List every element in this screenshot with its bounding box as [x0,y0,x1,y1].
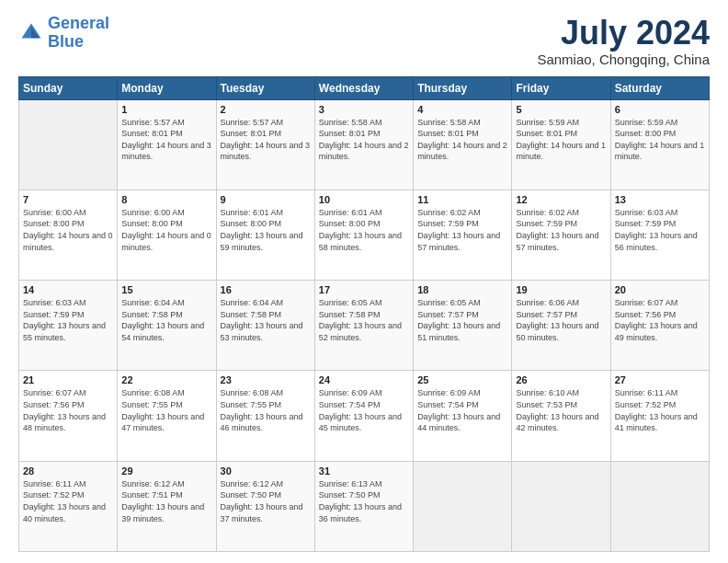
calendar-header: Sunday Monday Tuesday Wednesday Thursday… [19,76,710,99]
day-number: 29 [121,465,211,477]
calendar-cell: 24Sunrise: 6:09 AMSunset: 7:54 PMDayligh… [314,371,413,461]
calendar-cell: 26Sunrise: 6:10 AMSunset: 7:53 PMDayligh… [512,371,610,461]
calendar-cell: 21Sunrise: 6:07 AMSunset: 7:56 PMDayligh… [19,371,118,461]
calendar-cell: 6Sunrise: 5:59 AMSunset: 8:00 PMDaylight… [610,99,709,190]
calendar-cell: 16Sunrise: 6:04 AMSunset: 7:58 PMDayligh… [216,281,314,371]
logo-text: General Blue [48,15,109,52]
day-info: Sunrise: 5:57 AMSunset: 8:01 PMDaylight:… [121,117,211,163]
day-number: 9 [221,194,311,205]
calendar-cell [414,461,512,551]
calendar-cell: 17Sunrise: 6:05 AMSunset: 7:58 PMDayligh… [314,281,413,371]
day-number: 8 [121,194,211,205]
calendar-cell: 18Sunrise: 6:05 AMSunset: 7:57 PMDayligh… [414,281,512,371]
calendar-cell: 2Sunrise: 5:57 AMSunset: 8:01 PMDaylight… [216,99,314,190]
day-number: 14 [23,284,113,295]
day-info: Sunrise: 6:09 AMSunset: 7:54 PMDaylight:… [319,387,409,433]
day-info: Sunrise: 6:12 AMSunset: 7:50 PMDaylight:… [221,478,311,524]
day-number: 17 [319,284,409,295]
calendar-week-3: 14Sunrise: 6:03 AMSunset: 7:59 PMDayligh… [19,281,710,371]
day-number: 22 [121,374,211,385]
day-number: 3 [319,104,409,115]
day-number: 31 [319,465,409,477]
calendar-cell: 13Sunrise: 6:03 AMSunset: 7:59 PMDayligh… [610,190,709,280]
day-info: Sunrise: 6:04 AMSunset: 7:58 PMDaylight:… [221,297,311,343]
calendar-cell: 14Sunrise: 6:03 AMSunset: 7:59 PMDayligh… [19,281,118,371]
day-info: Sunrise: 5:57 AMSunset: 8:01 PMDaylight:… [221,117,311,163]
day-number: 6 [615,104,705,115]
day-info: Sunrise: 5:58 AMSunset: 8:01 PMDaylight:… [319,117,409,163]
day-info: Sunrise: 6:02 AMSunset: 7:59 PMDaylight:… [516,207,606,253]
day-number: 24 [319,374,409,385]
calendar-cell: 7Sunrise: 6:00 AMSunset: 8:00 PMDaylight… [19,190,118,280]
day-number: 19 [516,284,606,295]
col-thursday: Thursday [414,76,512,99]
calendar-cell: 22Sunrise: 6:08 AMSunset: 7:55 PMDayligh… [118,371,216,461]
day-number: 1 [121,104,211,115]
day-number: 5 [516,104,606,115]
calendar-cell: 5Sunrise: 5:59 AMSunset: 8:01 PMDaylight… [512,99,610,190]
calendar-cell: 1Sunrise: 5:57 AMSunset: 8:01 PMDaylight… [118,99,216,190]
day-info: Sunrise: 6:09 AMSunset: 7:54 PMDaylight:… [417,387,507,433]
day-info: Sunrise: 6:05 AMSunset: 7:57 PMDaylight:… [417,297,507,343]
subtitle: Sanmiao, Chongqing, China [537,52,710,67]
calendar-cell: 25Sunrise: 6:09 AMSunset: 7:54 PMDayligh… [414,371,512,461]
day-info: Sunrise: 6:07 AMSunset: 7:56 PMDaylight:… [23,387,113,433]
calendar-cell: 29Sunrise: 6:12 AMSunset: 7:51 PMDayligh… [118,461,216,551]
calendar-cell: 28Sunrise: 6:11 AMSunset: 7:52 PMDayligh… [19,461,118,551]
day-info: Sunrise: 6:05 AMSunset: 7:58 PMDaylight:… [319,297,409,343]
day-info: Sunrise: 5:58 AMSunset: 8:01 PMDaylight:… [417,117,507,163]
calendar-cell: 15Sunrise: 6:04 AMSunset: 7:58 PMDayligh… [118,281,216,371]
day-number: 28 [23,465,113,477]
calendar-table: Sunday Monday Tuesday Wednesday Thursday… [18,76,710,552]
page: General Blue July 2024 Sanmiao, Chongqin… [0,0,728,563]
logo-icon [18,20,44,46]
day-number: 26 [516,374,606,385]
calendar-week-5: 28Sunrise: 6:11 AMSunset: 7:52 PMDayligh… [19,461,710,551]
day-info: Sunrise: 6:03 AMSunset: 7:59 PMDaylight:… [23,297,113,343]
day-info: Sunrise: 6:04 AMSunset: 7:58 PMDaylight:… [121,297,211,343]
calendar-cell: 4Sunrise: 5:58 AMSunset: 8:01 PMDaylight… [414,99,512,190]
day-number: 27 [615,374,705,385]
calendar-week-1: 1Sunrise: 5:57 AMSunset: 8:01 PMDaylight… [19,99,710,190]
col-sunday: Sunday [19,76,118,99]
calendar-cell [512,461,610,551]
col-tuesday: Tuesday [216,76,314,99]
day-info: Sunrise: 6:10 AMSunset: 7:53 PMDaylight:… [516,387,606,433]
calendar-cell: 10Sunrise: 6:01 AMSunset: 8:00 PMDayligh… [314,190,413,280]
calendar-cell: 23Sunrise: 6:08 AMSunset: 7:55 PMDayligh… [216,371,314,461]
day-info: Sunrise: 6:00 AMSunset: 8:00 PMDaylight:… [23,207,113,253]
calendar-cell: 19Sunrise: 6:06 AMSunset: 7:57 PMDayligh… [512,281,610,371]
logo-line1: General [48,14,109,32]
calendar-week-2: 7Sunrise: 6:00 AMSunset: 8:00 PMDaylight… [19,190,710,280]
day-info: Sunrise: 6:11 AMSunset: 7:52 PMDaylight:… [615,387,705,433]
header-row: Sunday Monday Tuesday Wednesday Thursday… [19,76,710,99]
day-number: 11 [417,194,507,205]
day-info: Sunrise: 6:02 AMSunset: 7:59 PMDaylight:… [417,207,507,253]
day-info: Sunrise: 6:01 AMSunset: 8:00 PMDaylight:… [221,207,311,253]
calendar-cell [19,99,118,190]
day-number: 2 [221,104,311,115]
day-info: Sunrise: 6:06 AMSunset: 7:57 PMDaylight:… [516,297,606,343]
day-number: 10 [319,194,409,205]
day-info: Sunrise: 6:07 AMSunset: 7:56 PMDaylight:… [615,297,705,343]
calendar-cell: 3Sunrise: 5:58 AMSunset: 8:01 PMDaylight… [314,99,413,190]
day-info: Sunrise: 5:59 AMSunset: 8:01 PMDaylight:… [516,117,606,163]
day-info: Sunrise: 6:08 AMSunset: 7:55 PMDaylight:… [221,387,311,433]
day-number: 30 [221,465,311,477]
logo-line2: Blue [48,32,84,51]
calendar-cell: 9Sunrise: 6:01 AMSunset: 8:00 PMDaylight… [216,190,314,280]
calendar-body: 1Sunrise: 5:57 AMSunset: 8:01 PMDaylight… [19,99,710,551]
col-saturday: Saturday [610,76,709,99]
calendar-cell: 31Sunrise: 6:13 AMSunset: 7:50 PMDayligh… [314,461,413,551]
day-number: 4 [417,104,507,115]
day-info: Sunrise: 6:11 AMSunset: 7:52 PMDaylight:… [23,478,113,524]
calendar-week-4: 21Sunrise: 6:07 AMSunset: 7:56 PMDayligh… [19,371,710,461]
day-info: Sunrise: 6:12 AMSunset: 7:51 PMDaylight:… [121,478,211,524]
day-info: Sunrise: 5:59 AMSunset: 8:00 PMDaylight:… [615,117,705,163]
calendar-cell: 11Sunrise: 6:02 AMSunset: 7:59 PMDayligh… [414,190,512,280]
calendar-cell: 20Sunrise: 6:07 AMSunset: 7:56 PMDayligh… [610,281,709,371]
day-info: Sunrise: 6:03 AMSunset: 7:59 PMDaylight:… [615,207,705,253]
calendar-cell: 8Sunrise: 6:00 AMSunset: 8:00 PMDaylight… [118,190,216,280]
day-info: Sunrise: 6:08 AMSunset: 7:55 PMDaylight:… [121,387,211,433]
day-number: 21 [23,374,113,385]
